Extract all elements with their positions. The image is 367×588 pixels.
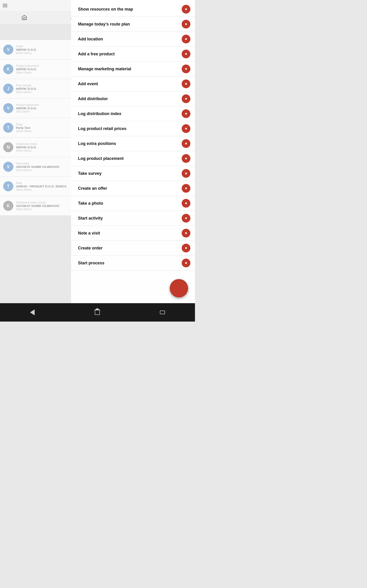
menu-item-label: Manage marketing material [78, 67, 131, 71]
radio-inner [184, 261, 188, 265]
nav-home[interactable] [19, 12, 30, 23]
menu-item-take-survey[interactable]: Take survey [71, 166, 195, 181]
menu-item-manage-marketing[interactable]: Manage marketing material [71, 61, 195, 77]
radio-inner [184, 202, 188, 205]
radio-button[interactable] [182, 124, 190, 133]
radio-inner [184, 23, 188, 26]
recents-button[interactable] [160, 311, 165, 314]
menu-item-label: Add event [78, 82, 98, 86]
action-menu-overlay: Show resources on the map Manage today's… [71, 0, 195, 303]
menu-item-create-offer[interactable]: Create an offer [71, 181, 195, 196]
notif-avatar: V [3, 103, 13, 113]
back-button[interactable] [30, 309, 35, 315]
radio-inner [184, 232, 188, 235]
radio-inner [184, 112, 188, 115]
radio-button[interactable] [182, 199, 190, 208]
menu-item-label: Create order [78, 246, 102, 251]
menu-item-log-retail-prices[interactable]: Log product retail prices [71, 121, 195, 136]
menu-item-label: Start activity [78, 216, 103, 221]
radio-button[interactable] [182, 154, 190, 163]
radio-inner [184, 52, 188, 56]
radio-inner [184, 142, 188, 145]
menu-item-label: Add a free product [78, 52, 115, 57]
menu-item-label: Log product retail prices [78, 126, 126, 131]
radio-inner [184, 8, 188, 11]
notif-avatar: T [3, 123, 13, 133]
menu-item-log-product-placement[interactable]: Log product placement [71, 151, 195, 166]
radio-button[interactable] [182, 214, 190, 223]
radio-button[interactable] [182, 5, 190, 14]
menu-item-create-order[interactable]: Create order [71, 241, 195, 256]
notif-avatar: V [3, 44, 13, 55]
back-icon [30, 309, 35, 315]
menu-item-add-free-product[interactable]: Add a free product [71, 47, 195, 61]
menu-item-label: Add location [78, 37, 103, 42]
menu-item-label: Create an offer [78, 186, 107, 191]
menu-item-label: Take survey [78, 171, 102, 176]
menu-item-log-distribution[interactable]: Log distribution index [71, 106, 195, 121]
menu-item-take-photo[interactable]: Take a photo [71, 196, 195, 211]
radio-inner [184, 187, 188, 190]
radio-button[interactable] [182, 65, 190, 73]
radio-inner [184, 216, 188, 220]
radio-button[interactable] [182, 50, 190, 58]
radio-inner [184, 82, 188, 86]
menu-item-label: Log extra positions [78, 141, 116, 146]
bottom-nav-bar [0, 303, 195, 321]
menu-item-log-extra-positions[interactable]: Log extra positions [71, 136, 195, 151]
menu-item-add-location[interactable]: Add location [71, 32, 195, 47]
menu-item-label: Add distributor [78, 96, 108, 101]
menu-item-label: Note a visit [78, 231, 100, 236]
radio-inner [184, 37, 188, 41]
radio-button[interactable] [182, 139, 190, 148]
radio-button[interactable] [182, 79, 190, 88]
menu-item-label: Log product placement [78, 156, 124, 161]
radio-button[interactable] [182, 95, 190, 103]
radio-inner [184, 157, 188, 160]
menu-item-start-activity[interactable]: Start activity [71, 211, 195, 226]
menu-item-add-event[interactable]: Add event [71, 77, 195, 91]
notif-avatar: J [3, 84, 13, 94]
menu-item-label: Take a photo [78, 201, 103, 206]
radio-button[interactable] [182, 20, 190, 28]
notif-avatar: N [3, 142, 13, 152]
radio-button[interactable] [182, 229, 190, 237]
menu-item-show-resources[interactable]: Show resources on the map [71, 2, 195, 17]
recents-icon [160, 311, 165, 314]
radio-inner [184, 246, 188, 250]
notif-avatar: K [3, 201, 13, 211]
menu-item-note-visit[interactable]: Note a visit [71, 226, 195, 241]
menu-item-label: Manage today's route plan [78, 22, 130, 27]
radio-button[interactable] [182, 35, 190, 43]
notif-avatar: T [3, 181, 13, 191]
radio-inner [184, 127, 188, 130]
radio-inner [184, 172, 188, 175]
radio-button[interactable] [182, 244, 190, 252]
notif-avatar: K [3, 64, 13, 74]
menu-item-start-process[interactable]: Start process [71, 256, 195, 271]
radio-inner [184, 97, 188, 100]
home-icon [95, 310, 100, 315]
menu-item-add-distributor[interactable]: Add distributor [71, 91, 195, 106]
menu-item-label: Start process [78, 261, 104, 266]
radio-button[interactable] [182, 109, 190, 118]
menu-item-manage-route[interactable]: Manage today's route plan [71, 17, 195, 32]
menu-item-label: Show resources on the map [78, 7, 133, 12]
radio-button[interactable] [182, 169, 190, 178]
radio-button[interactable] [182, 184, 190, 193]
radio-inner [184, 67, 188, 70]
home-button[interactable] [95, 310, 100, 315]
radio-button[interactable] [182, 259, 190, 267]
fab-close-button[interactable] [170, 279, 188, 297]
hamburger-menu-icon[interactable] [3, 3, 8, 8]
menu-item-label: Log distribution index [78, 111, 121, 116]
notif-avatar: V [3, 162, 13, 172]
